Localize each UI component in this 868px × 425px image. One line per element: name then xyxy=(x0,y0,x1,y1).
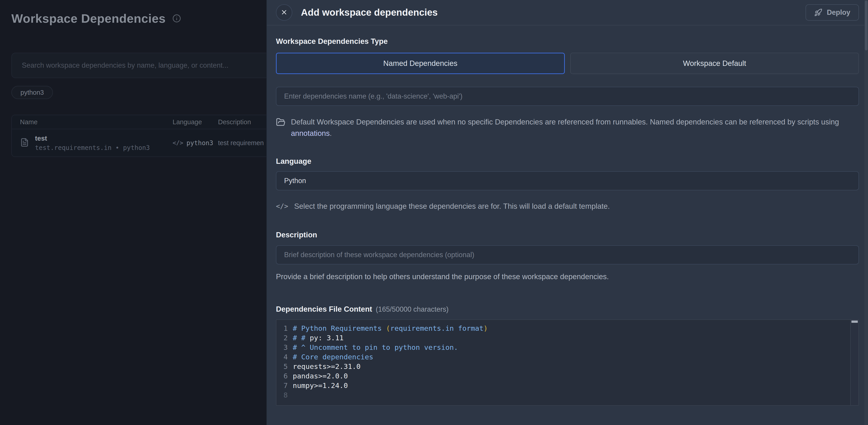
code-line: 4# Core dependencies xyxy=(280,352,847,362)
file-content-label: Dependencies File Content xyxy=(276,305,372,314)
dependencies-code-editor[interactable]: 1# Python Requirements (requirements.in … xyxy=(276,320,859,406)
language-value: Python xyxy=(284,177,306,185)
type-option-named-dependencies[interactable]: Named Dependencies xyxy=(276,53,565,74)
editor-scrollbar[interactable] xyxy=(850,320,859,405)
editor-scrollbar-thumb[interactable] xyxy=(851,321,858,323)
code-line: 1# Python Requirements (requirements.in … xyxy=(280,324,847,333)
info-text-suffix: . xyxy=(330,129,332,138)
dependencies-name-input[interactable] xyxy=(276,87,859,106)
deploy-label: Deploy xyxy=(827,8,850,17)
code-lines: 1# Python Requirements (requirements.in … xyxy=(276,320,859,400)
dependency-meta: test.requirements.in • python3 xyxy=(35,144,150,152)
column-header-name: Name xyxy=(20,118,173,126)
deploy-button[interactable]: Deploy xyxy=(806,4,859,21)
description-helper-text: Provide a brief description to help othe… xyxy=(276,272,859,282)
add-dependencies-drawer: Add workspace dependencies Deploy Worksp… xyxy=(267,0,868,425)
drawer-body: Workspace Dependencies Type Named Depend… xyxy=(267,37,868,406)
page-title-row: Workspace Dependencies xyxy=(11,11,181,25)
dependency-language: python3 xyxy=(186,139,213,147)
rocket-icon xyxy=(814,8,823,17)
info-icon[interactable] xyxy=(173,14,181,23)
code-line: 2# # py: 3.11 xyxy=(280,333,847,342)
content-label-row: Dependencies File Content (165/50000 cha… xyxy=(276,304,859,314)
type-info-text: Default Workspace Dependencies are used … xyxy=(276,116,859,139)
page-title: Workspace Dependencies xyxy=(11,11,165,25)
language-label: Language xyxy=(276,157,859,166)
code-line: 6pandas>=2.0.0 xyxy=(280,371,847,381)
dependency-name: test xyxy=(35,134,150,142)
drawer-title: Add workspace dependencies xyxy=(301,7,438,18)
code-line: 5requests>=2.31.0 xyxy=(280,362,847,371)
info-text: Default Workspace Dependencies are used … xyxy=(291,118,839,126)
code-line: 3# ^ Uncomment to pin to python version. xyxy=(280,342,847,352)
language-select[interactable]: Python xyxy=(276,171,859,190)
info-paragraph: Default Workspace Dependencies are used … xyxy=(291,116,859,139)
description-label: Description xyxy=(276,230,859,239)
page-scrollbar-thumb[interactable] xyxy=(865,0,868,51)
close-icon xyxy=(280,9,288,17)
file-icon xyxy=(20,138,29,148)
annotations-link[interactable]: annotations xyxy=(291,129,330,138)
code-line: 8 xyxy=(280,390,847,400)
column-header-language: Language xyxy=(173,118,218,126)
language-helper-row: </> Select the programming language thes… xyxy=(276,201,859,211)
language-helper-text: Select the programming language these de… xyxy=(294,201,610,211)
code-icon: </> xyxy=(173,140,183,146)
code-icon: </> xyxy=(276,201,288,211)
description-input[interactable] xyxy=(276,245,859,265)
type-section-label: Workspace Dependencies Type xyxy=(276,37,859,46)
close-button[interactable] xyxy=(276,4,292,21)
type-option-workspace-default[interactable]: Workspace Default xyxy=(570,53,859,74)
page: Workspace Dependencies python3 Name Lang… xyxy=(0,0,868,425)
drawer-header: Add workspace dependencies Deploy xyxy=(267,0,868,25)
type-toggle-group: Named DependenciesWorkspace Default xyxy=(276,53,859,74)
folder-open-icon xyxy=(276,117,285,130)
filter-chips: python3 xyxy=(11,86,53,99)
code-line: 7numpy>=1.24.0 xyxy=(280,381,847,390)
char-counter: (165/50000 characters) xyxy=(376,304,449,314)
page-scrollbar[interactable] xyxy=(864,0,868,425)
filter-chip[interactable]: python3 xyxy=(11,86,53,99)
